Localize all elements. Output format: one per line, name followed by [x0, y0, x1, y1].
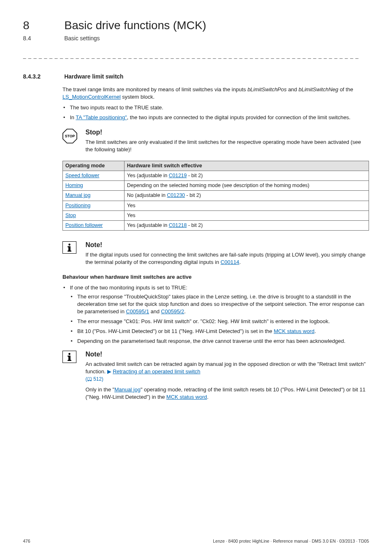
behaviour-heading: Behaviour when hardware limit switches a… — [62, 273, 369, 281]
link-speed-follower[interactable]: Speed follower — [65, 173, 99, 178]
link-c01219[interactable]: C01219 — [169, 173, 187, 178]
text: (🕮 — [85, 376, 93, 382]
text: Yes — [125, 210, 369, 220]
table-row: Speed follower Yes (adjustable in C01219… — [63, 171, 369, 180]
link-manual-jog[interactable]: Manual jog — [65, 192, 90, 198]
chapter-header: 8 Basic drive functions (MCK) — [23, 19, 369, 32]
stop-callout: STOP Stop! The limit switches are only e… — [62, 129, 369, 153]
link-c01218[interactable]: C01218 — [169, 222, 187, 228]
text: - bit 2) — [185, 192, 201, 198]
note-callout-2: Note! An activated limit switch can be r… — [62, 351, 369, 401]
svg-rect-7 — [68, 356, 69, 357]
intro-bullets: The two inputs react to the TRUE state. … — [62, 104, 369, 121]
stop-text: The limit switches are only evaluated if… — [85, 139, 369, 153]
text: , the two inputs are connected to the di… — [127, 114, 350, 120]
text: . — [314, 328, 316, 334]
svg-rect-4 — [68, 251, 71, 252]
subchapter-title: Basic settings — [64, 35, 99, 42]
text: and — [287, 86, 299, 92]
list-item: The error response "TroubleQuickStop" ta… — [70, 293, 369, 315]
link-position-follower[interactable]: Position follower — [65, 222, 103, 228]
text: No (adjustable in — [127, 192, 167, 198]
note-label: Note! — [85, 241, 369, 249]
table-header: Operating mode — [63, 161, 125, 171]
text: Only in the " — [85, 386, 114, 393]
text: Yes (adjustable in — [127, 173, 169, 178]
text: . — [239, 259, 241, 265]
page-reference[interactable]: (🕮 512) — [85, 376, 103, 382]
var-name: bLimitSwitchPos — [247, 86, 286, 92]
link-c00114[interactable]: C00114 — [221, 259, 240, 265]
stop-label: Stop! — [85, 129, 369, 136]
svg-rect-3 — [68, 246, 69, 247]
subchapter-header: 8.4 Basic settings — [23, 35, 369, 42]
text: - bit 2) — [187, 173, 203, 178]
link-positioning[interactable]: Positioning — [65, 203, 90, 208]
info-icon — [62, 241, 79, 258]
link-homing[interactable]: Homing — [65, 183, 83, 188]
stop-icon: STOP — [62, 129, 79, 145]
limit-switch-table: Operating mode Hardware limit switch eff… — [62, 161, 369, 231]
text: and — [149, 308, 161, 314]
link-retracting-limit-switch[interactable]: Retracting of an operated limit switch — [113, 368, 200, 375]
behaviour-section: Behaviour when hardware limit switches a… — [62, 273, 369, 345]
chapter-title: Basic drive functions (MCK) — [64, 19, 206, 32]
section-title: Hardware limit switch — [64, 73, 123, 80]
section-body: The travel range limits are monitored by… — [62, 86, 369, 121]
text: . — [207, 394, 209, 400]
link-mck-status-word[interactable]: MCK status word — [166, 394, 207, 400]
text: In — [70, 114, 76, 120]
list-item: If one of the two monitoring inputs is s… — [62, 284, 369, 345]
link-ta-table-positioning[interactable]: TA "Table positioning" — [76, 114, 127, 120]
text: of the — [338, 86, 353, 92]
info-icon — [62, 351, 79, 367]
list-item: In TA "Table positioning", the two input… — [62, 114, 369, 121]
table-row: Stop Yes — [63, 210, 369, 220]
list-item: The two inputs react to the TRUE state. — [62, 104, 369, 111]
link-manual-jog[interactable]: Manual jog — [114, 386, 141, 393]
intro-paragraph: The travel range limits are monitored by… — [62, 86, 369, 101]
svg-point-1 — [69, 244, 71, 246]
text: Depending on the selected homing mode (s… — [125, 181, 369, 191]
text: - bit 2) — [187, 222, 203, 228]
text: Yes (adjustable in — [127, 222, 169, 228]
table-wrap: Operating mode Hardware limit switch eff… — [62, 161, 369, 231]
table-header-row: Operating mode Hardware limit switch eff… — [63, 161, 369, 171]
svg-point-5 — [69, 353, 71, 355]
section-number: 8.4.3.2 — [23, 73, 62, 80]
list-item: The error message "Ck01: Pos. HW limit s… — [70, 318, 369, 325]
note-label: Note! — [85, 351, 369, 358]
arrow-icon: ▶ — [107, 368, 111, 375]
link-mck-status-word[interactable]: MCK status word — [274, 328, 314, 334]
behaviour-list: If one of the two monitoring inputs is s… — [62, 284, 369, 345]
page-number: 512 — [93, 376, 101, 382]
link-c00595-1[interactable]: C00595/1 — [126, 308, 149, 314]
stop-badge-text: STOP — [65, 134, 75, 138]
text: The travel range limits are monitored by… — [62, 86, 247, 92]
table-header: Hardware limit switch effective — [125, 161, 369, 171]
var-name: bLimitSwitchNeg — [298, 86, 338, 92]
text: Yes — [125, 201, 369, 210]
text: Bit 10 ("Pos. HW-Limit Detected") or bit… — [77, 328, 274, 334]
page-footer: 476 Lenze · 8400 protec HighLine · Refer… — [23, 539, 369, 543]
link-ls-motioncontrolkernel[interactable]: LS_MotionControlKernel — [62, 94, 121, 100]
text: If one of the two monitoring inputs is s… — [70, 284, 187, 291]
table-row: Position follower Yes (adjustable in C01… — [63, 221, 369, 231]
link-c01230[interactable]: C01230 — [167, 192, 185, 198]
subchapter-number: 8.4 — [23, 35, 62, 42]
text: . — [184, 308, 186, 314]
text: The error response "TroubleQuickStop" ta… — [77, 294, 364, 314]
link-c00595-2[interactable]: C00595/2 — [161, 308, 184, 314]
note-text: An activated limit switch can be retract… — [85, 361, 369, 401]
svg-rect-8 — [68, 360, 71, 361]
footer-page-number: 476 — [23, 539, 30, 543]
footer-text: Lenze · 8400 protec HighLine · Reference… — [213, 539, 369, 543]
link-stop[interactable]: Stop — [65, 213, 76, 218]
separator-dashes: _ _ _ _ _ _ _ _ _ _ _ _ _ _ _ _ _ _ _ _ … — [23, 53, 369, 59]
behaviour-sublist: The error response "TroubleQuickStop" ta… — [70, 293, 369, 345]
text: system block. — [121, 94, 154, 100]
table-row: Homing Depending on the selected homing … — [63, 181, 369, 191]
note-text: If the digital inputs used for connectin… — [85, 251, 369, 266]
note-callout-1: Note! If the digital inputs used for con… — [62, 241, 369, 266]
section-header: 8.4.3.2 Hardware limit switch — [23, 73, 369, 80]
